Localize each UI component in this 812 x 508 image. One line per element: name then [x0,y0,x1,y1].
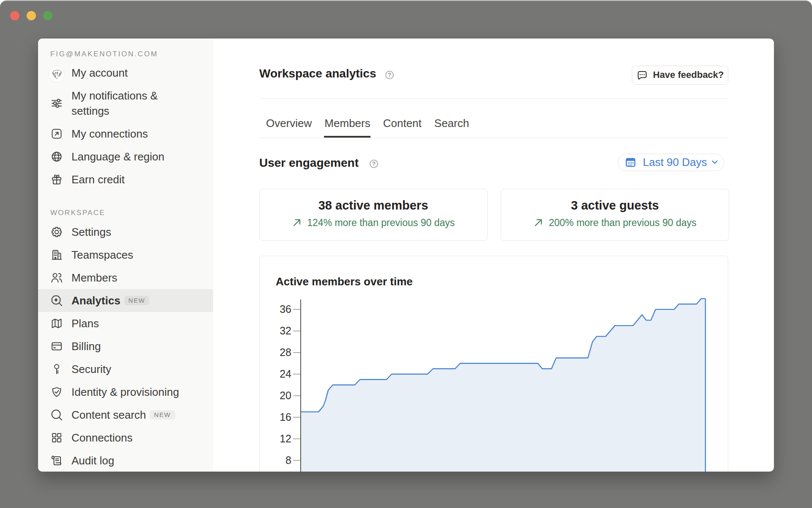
svg-text:24: 24 [280,368,291,380]
svg-text:20: 20 [280,389,291,401]
svg-text:36: 36 [280,303,291,315]
svg-text:32: 32 [280,325,291,337]
svg-text:16: 16 [280,411,291,423]
svg-text:12: 12 [280,433,291,444]
svg-text:8: 8 [285,454,291,466]
svg-text:28: 28 [280,346,291,358]
